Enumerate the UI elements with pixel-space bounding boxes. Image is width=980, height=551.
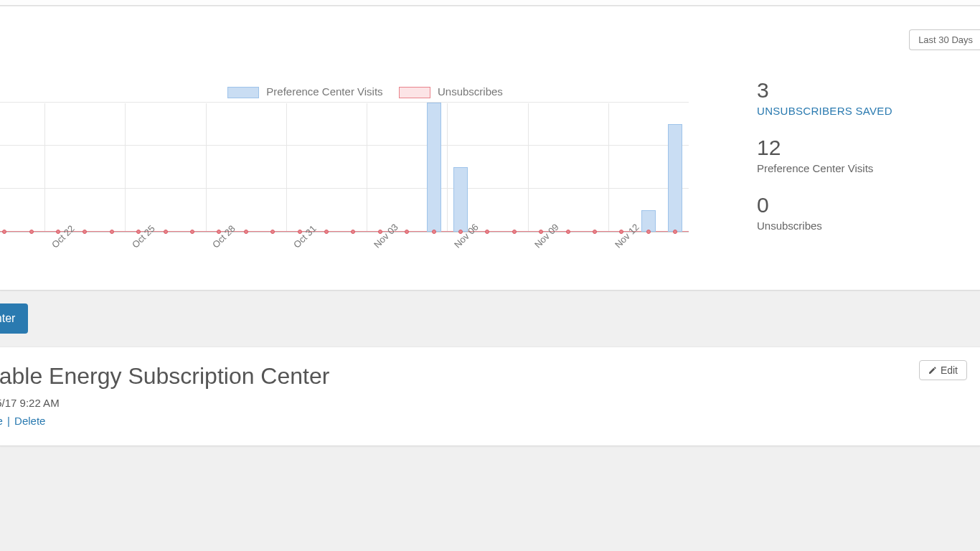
date-range-button[interactable]: Last 30 Days	[909, 29, 980, 50]
chart-bar	[668, 124, 682, 232]
link-separator: |	[6, 415, 11, 427]
action-bar: e Center	[0, 291, 980, 347]
delete-link[interactable]: Delete	[14, 415, 45, 427]
stat-value: 12	[757, 136, 966, 159]
stats-column: 3 UNSUBSCRIBERS SAVED 12 Preference Cent…	[717, 14, 980, 268]
preference-center-button[interactable]: e Center	[0, 303, 28, 334]
stat-label: Preference Center Visits	[757, 162, 966, 174]
chart-area: Preference Center Visits Unsubscribes 9O…	[0, 14, 717, 268]
clone-link[interactable]: Clone	[0, 415, 3, 427]
detail-title: newable Energy Subscription Center	[0, 363, 980, 390]
detail-meta-date: 11/5/17 9:22 AM	[0, 397, 60, 409]
detail-panel: Edit newable Energy Subscription Center …	[0, 347, 980, 446]
chart-bar	[453, 167, 468, 232]
stat-unsubscribers-saved: 3 UNSUBSCRIBERS SAVED	[757, 78, 966, 117]
chart-panel: Last 30 Days Preference Center Visits Un…	[0, 6, 980, 291]
legend-label-unsubs: Unsubscribes	[438, 85, 503, 98]
stat-unsubscribes: 0 Unsubscribes	[757, 193, 966, 232]
chart-plot	[0, 103, 689, 232]
detail-meta: d on 11/5/17 9:22 AM	[0, 397, 980, 409]
stat-preference-visits: 12 Preference Center Visits	[757, 136, 966, 174]
edit-label: Edit	[941, 364, 958, 376]
stat-value: 0	[757, 193, 966, 217]
legend-label-visits: Preference Center Visits	[266, 85, 382, 98]
pencil-icon	[928, 366, 937, 375]
chart-x-axis: 9Oct 22Oct 25Oct 28Oct 31Nov 03Nov 06Nov…	[0, 232, 689, 268]
edit-button[interactable]: Edit	[919, 360, 967, 380]
chart-bar	[427, 103, 441, 232]
chart-bar	[641, 210, 656, 232]
detail-links: e | Clone | Delete	[0, 415, 980, 427]
stat-label: UNSUBSCRIBERS SAVED	[757, 105, 966, 117]
stat-value: 3	[757, 78, 966, 102]
stat-label: Unsubscribes	[757, 220, 966, 232]
legend-swatch-visits	[227, 87, 259, 98]
top-strip	[0, 0, 980, 6]
legend-swatch-unsubs	[399, 87, 430, 98]
chart-legend: Preference Center Visits Unsubscribes	[0, 85, 717, 98]
